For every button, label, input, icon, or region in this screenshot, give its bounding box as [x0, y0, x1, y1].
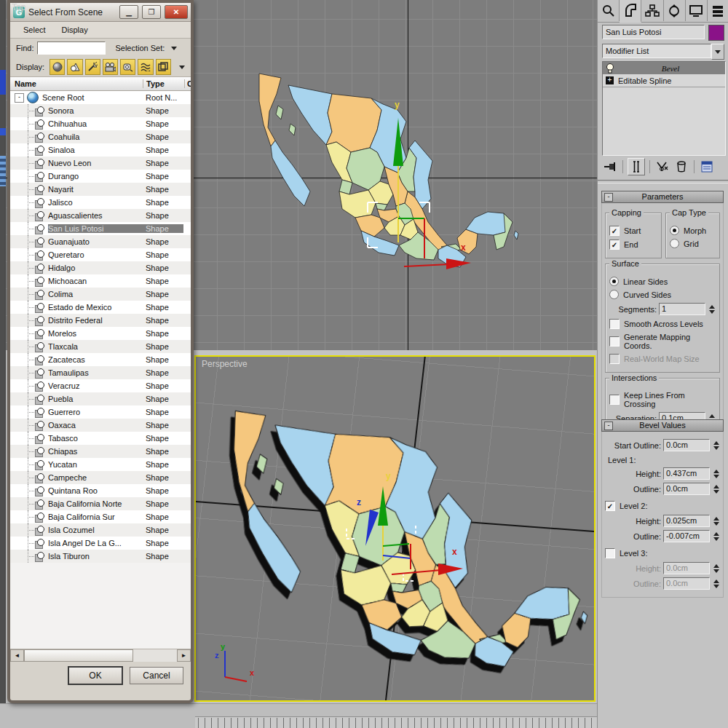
list-item[interactable]: ChihuahuaShape [10, 117, 191, 130]
lightbulb-icon[interactable] [606, 63, 614, 74]
viewport-perspective[interactable]: Perspective y z x [194, 354, 596, 703]
move-gizmo[interactable]: y x [360, 93, 484, 282]
generate-mapping-coords-checkbox[interactable]: Generate Mapping Coords. [609, 333, 716, 350]
find-input[interactable] [37, 41, 106, 55]
list-item[interactable]: NayaritShape [10, 183, 191, 196]
stack-item-bevel[interactable]: Bevel [603, 62, 725, 74]
move-gizmo[interactable]: y z x [332, 459, 485, 590]
scene-root-row[interactable]: -Scene RootRoot N... [10, 91, 191, 104]
spinner-arrows[interactable] [712, 470, 720, 478]
object-color-swatch[interactable] [708, 25, 724, 41]
bevel-values-rollout-header[interactable]: - Bevel Values [601, 419, 724, 432]
start-checkbox[interactable]: ✓Start [609, 226, 657, 236]
list-item[interactable]: San Luis PotosiShape [10, 222, 191, 235]
list-item[interactable]: Baja California SurShape [10, 510, 191, 523]
column-type[interactable]: Type [143, 79, 184, 88]
list-item[interactable]: Baja California NorteShape [10, 497, 191, 510]
modify-tab-icon[interactable] [620, 0, 641, 23]
list-item[interactable]: ChiapasShape [10, 445, 191, 458]
segments-field[interactable]: 1 [659, 303, 705, 315]
list-item[interactable]: Isla Angel De La G...Shape [10, 537, 191, 550]
display-lights-icon[interactable] [85, 59, 100, 75]
column-name[interactable]: Name [10, 79, 143, 88]
modifier-list-arrow[interactable] [711, 44, 724, 60]
spinner-arrows[interactable] [712, 579, 720, 588]
motion-tab-icon[interactable] [664, 0, 686, 21]
track-bar[interactable] [195, 716, 641, 728]
list-item[interactable]: TlaxcalaShape [10, 340, 191, 353]
cancel-button[interactable]: Cancel [130, 667, 183, 684]
collapse-icon[interactable]: - [604, 422, 613, 430]
list-item[interactable]: Estado de MexicoShape [10, 301, 191, 314]
level1-height-field[interactable]: 0.437cm [663, 467, 710, 480]
parameters-rollout-header[interactable]: - Parameters [601, 191, 724, 203]
list-item[interactable]: CoahuilaShape [10, 130, 191, 143]
scroll-left-icon[interactable]: ◄ [10, 649, 24, 662]
list-item[interactable]: GuerreroShape [10, 405, 191, 419]
list-item[interactable]: SinaloaShape [10, 143, 191, 157]
list-item[interactable]: YucatanShape [10, 458, 191, 471]
list-item[interactable]: Quintana RooShape [10, 484, 191, 497]
list-item[interactable]: QueretaroShape [10, 248, 191, 261]
hierarchy-tab-icon[interactable] [641, 0, 663, 21]
morph-radio[interactable]: Morph [670, 226, 716, 235]
grid-radio[interactable]: Grid [670, 239, 716, 248]
collapse-icon[interactable]: - [604, 193, 613, 202]
list-item[interactable]: Isla TiburonShape [10, 550, 191, 563]
scrollbar-track[interactable] [133, 650, 177, 661]
utilities-tab-icon[interactable] [708, 0, 728, 21]
level2-outline-field[interactable]: -0.007cm [663, 530, 710, 542]
viewport-perspective-area[interactable]: Perspective y z x [194, 355, 596, 702]
display-cameras-icon[interactable] [103, 59, 118, 75]
ok-button[interactable]: OK [68, 667, 122, 684]
configure-modifier-sets-icon[interactable] [699, 159, 715, 175]
keep-lines-checkbox[interactable]: Keep Lines From Crossing [609, 391, 716, 408]
list-item[interactable]: PueblaShape [10, 392, 191, 405]
list-item[interactable]: VeracruzShape [10, 379, 191, 392]
list-item[interactable]: GuanajuatoShape [10, 235, 191, 248]
stack-item-editable-spline[interactable]: + Editable Spline [603, 74, 725, 87]
level2-checkbox[interactable]: ✓Level 2: [605, 501, 720, 511]
menu-select[interactable]: Select [23, 25, 46, 34]
list-item[interactable]: TabascoShape [10, 432, 191, 445]
horizontal-scrollbar[interactable]: ◄ ► [10, 649, 191, 662]
collapse-icon[interactable]: - [15, 93, 24, 103]
spinner-arrows[interactable] [712, 564, 720, 573]
display-groups-icon[interactable] [156, 59, 171, 75]
spinner-arrows[interactable] [712, 517, 720, 526]
list-item[interactable]: OaxacaShape [10, 419, 191, 432]
scrollbar-thumb[interactable] [24, 649, 133, 662]
scene-tree-list[interactable]: -Scene RootRoot N...SonoraShapeChihuahua… [10, 91, 191, 649]
list-item[interactable]: AguascalientesShape [10, 209, 191, 222]
display-spacewarps-icon[interactable] [138, 59, 153, 75]
chevron-down-icon[interactable] [171, 47, 177, 50]
remove-modifier-icon[interactable] [673, 159, 689, 175]
spinner-arrows[interactable] [708, 305, 716, 314]
curved-sides-radio[interactable]: Curved Sides [609, 290, 716, 299]
smooth-across-levels-checkbox[interactable]: Smooth Across Levels [609, 319, 716, 329]
start-outline-field[interactable]: 0.0cm [663, 439, 710, 451]
list-item[interactable]: TamaulipasShape [10, 366, 191, 379]
level1-outline-field[interactable]: 0.0cm [663, 483, 710, 495]
pin-stack-icon[interactable] [602, 159, 618, 175]
display-geometry-icon[interactable] [50, 59, 65, 75]
display-tab-icon[interactable] [686, 0, 708, 21]
list-item[interactable]: MorelosShape [10, 327, 191, 340]
level3-checkbox[interactable]: Level 3: [605, 548, 720, 558]
spinner-arrows[interactable] [712, 485, 720, 494]
display-helpers-icon[interactable] [120, 59, 135, 75]
list-item[interactable]: JaliscoShape [10, 196, 191, 209]
list-item[interactable]: ColimaShape [10, 288, 191, 301]
make-unique-icon[interactable] [654, 159, 670, 175]
column-color[interactable]: Col [184, 79, 191, 88]
end-checkbox[interactable]: ✓End [609, 240, 657, 250]
menu-display[interactable]: Display [62, 25, 88, 34]
spinner-arrows[interactable] [712, 441, 720, 450]
list-item[interactable]: MichoacanShape [10, 274, 191, 288]
chevron-down-icon[interactable] [179, 66, 185, 69]
viewport-perspective-label[interactable]: Perspective [196, 357, 594, 369]
display-shapes-icon[interactable] [67, 59, 82, 75]
modifier-list-dropdown[interactable]: Modifier List [602, 44, 711, 58]
spinner-arrows[interactable] [712, 532, 720, 541]
list-item[interactable]: SonoraShape [10, 104, 191, 117]
